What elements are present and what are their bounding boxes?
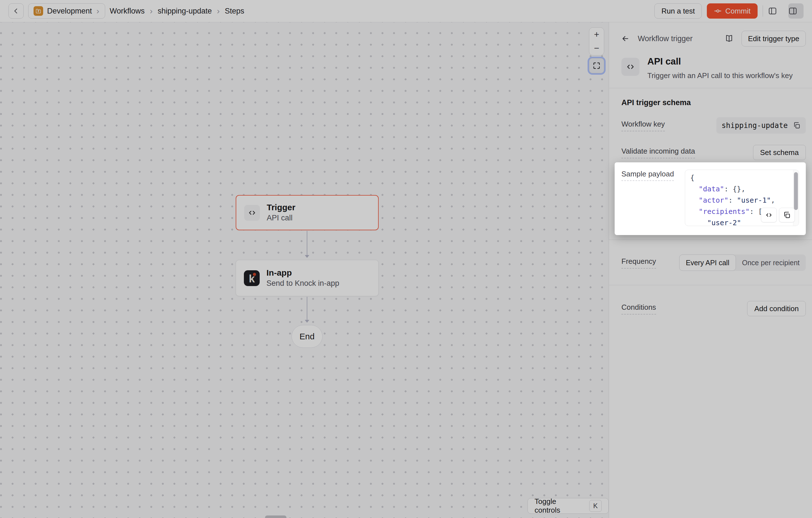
edge-inapp-to-end xyxy=(307,297,307,321)
commit-label: Commit xyxy=(725,7,751,16)
panel-left-icon xyxy=(768,6,783,16)
format-code-button[interactable] xyxy=(761,208,777,222)
validate-row: Validate incoming data Set schema xyxy=(609,145,812,160)
add-condition-label: Add condition xyxy=(754,304,799,313)
frequency-segmented-control: Every API call Once per recipient xyxy=(679,254,806,271)
breadcrumb: Workflows › shipping-update › Steps xyxy=(110,6,244,16)
fit-view-icon xyxy=(592,61,601,70)
panel-right-icon xyxy=(788,6,804,16)
trigger-type-description: Trigger with an API call to this workflo… xyxy=(647,71,793,80)
frequency-row: Frequency Every API call Once per recipi… xyxy=(609,254,812,271)
frequency-label: Frequency xyxy=(621,257,656,269)
toggle-left-panel-button[interactable] xyxy=(768,3,783,19)
frequency-option-once-per-recipient[interactable]: Once per recipient xyxy=(736,254,806,271)
section-divider xyxy=(609,240,812,240)
code-icon xyxy=(244,205,260,221)
zoom-in-button[interactable]: + xyxy=(589,28,604,41)
sample-payload-spotlight: Sample payload { "data": {}, "actor": "u… xyxy=(615,162,806,235)
node-in-app-title: In-app xyxy=(266,267,339,278)
workflow-trigger-panel: Workflow trigger Edit trigger type API c… xyxy=(609,22,812,518)
copy-icon xyxy=(793,121,801,129)
conditions-row: Conditions Add condition xyxy=(609,301,812,316)
knock-logo-dot xyxy=(253,273,256,276)
node-trigger[interactable]: Trigger API call xyxy=(236,195,379,230)
environment-name: Development xyxy=(47,7,92,16)
topbar: Development › Workflows › shipping-updat… xyxy=(0,0,812,22)
set-schema-button[interactable]: Set schema xyxy=(753,145,806,160)
commit-button[interactable]: Commit xyxy=(707,3,758,19)
keyboard-key-badge: K xyxy=(589,500,602,512)
chevron-right-icon: › xyxy=(216,6,220,16)
workflow-key-value: shipping-update xyxy=(717,117,806,133)
workflow-key-code: shipping-update xyxy=(722,121,788,130)
panel-title: Workflow trigger xyxy=(638,34,717,43)
panel-back-button[interactable] xyxy=(618,32,632,45)
copy-icon xyxy=(783,211,791,219)
arrow-left-icon xyxy=(621,34,630,43)
run-a-test-button[interactable]: Run a test xyxy=(655,3,702,19)
chevron-right-icon: › xyxy=(96,6,100,16)
frequency-option-every-api-call[interactable]: Every API call xyxy=(679,254,735,271)
node-end-label: End xyxy=(299,332,314,341)
add-condition-button[interactable]: Add condition xyxy=(747,301,806,316)
copy-workflow-key-button[interactable] xyxy=(793,121,801,129)
run-a-test-label: Run a test xyxy=(662,7,695,16)
sample-payload-label-col: Sample payload xyxy=(621,170,685,178)
trigger-type-title: API call xyxy=(647,56,793,67)
zoom-controls: + − xyxy=(589,27,604,56)
sample-payload-editor[interactable]: { "data": {}, "actor": "user-1", "recipi… xyxy=(685,170,799,226)
toggle-controls-label: Toggle controls xyxy=(534,497,584,515)
node-in-app[interactable]: k In-app Send to Knock in-app xyxy=(236,260,379,296)
zoom-out-button[interactable]: − xyxy=(589,41,604,55)
book-icon xyxy=(725,34,734,43)
breadcrumb-workflow-key[interactable]: shipping-update xyxy=(157,7,212,16)
edit-trigger-type-label: Edit trigger type xyxy=(748,34,799,43)
copy-payload-button[interactable] xyxy=(779,208,795,222)
topbar-actions: Run a test Commit xyxy=(655,3,804,19)
topbar-divider xyxy=(763,5,763,17)
section-divider xyxy=(609,88,812,88)
set-schema-label: Set schema xyxy=(760,148,799,157)
toggle-right-panel-button[interactable] xyxy=(788,3,804,19)
node-end[interactable]: End xyxy=(292,325,323,348)
knock-workflow-editor: Development › Workflows › shipping-updat… xyxy=(0,0,812,518)
code-icon xyxy=(765,211,773,219)
workflow-key-label: Workflow key xyxy=(621,120,665,131)
chevron-left-icon xyxy=(12,7,20,14)
chevron-right-icon: › xyxy=(149,6,153,16)
knock-logo-icon: k xyxy=(244,270,260,286)
sample-payload-label: Sample payload xyxy=(621,170,674,181)
workflow-key-row: Workflow key shipping-update xyxy=(609,117,812,133)
breadcrumb-steps[interactable]: Steps xyxy=(225,7,244,16)
environment-switcher[interactable]: Development › xyxy=(28,3,105,19)
section-divider xyxy=(609,285,812,285)
bottom-peek-bar xyxy=(265,515,286,518)
fit-view-button[interactable] xyxy=(589,58,604,73)
breadcrumb-workflows[interactable]: Workflows xyxy=(110,7,145,16)
environment-folder-icon xyxy=(33,6,43,16)
node-trigger-title: Trigger xyxy=(267,202,295,213)
schema-section-heading: API trigger schema xyxy=(621,98,806,107)
workflow-canvas[interactable]: + − Trigger API call k xyxy=(0,22,609,518)
toggle-controls-button[interactable]: Toggle controls K xyxy=(527,498,609,514)
editor-scrollbar-thumb[interactable] xyxy=(794,172,798,210)
node-in-app-subtitle: Send to Knock in-app xyxy=(266,278,339,289)
validate-label: Validate incoming data xyxy=(621,147,695,158)
docs-button[interactable] xyxy=(722,32,736,45)
node-trigger-subtitle: API call xyxy=(267,213,295,223)
edit-trigger-type-button[interactable]: Edit trigger type xyxy=(742,31,806,47)
edge-trigger-to-inapp xyxy=(307,231,307,256)
code-icon xyxy=(621,58,639,76)
trigger-type-summary: API call Trigger with an API call to thi… xyxy=(621,56,806,80)
panel-header: Workflow trigger Edit trigger type xyxy=(609,22,812,47)
commit-icon xyxy=(714,7,722,15)
back-button[interactable] xyxy=(8,3,24,19)
conditions-label: Conditions xyxy=(621,303,656,314)
